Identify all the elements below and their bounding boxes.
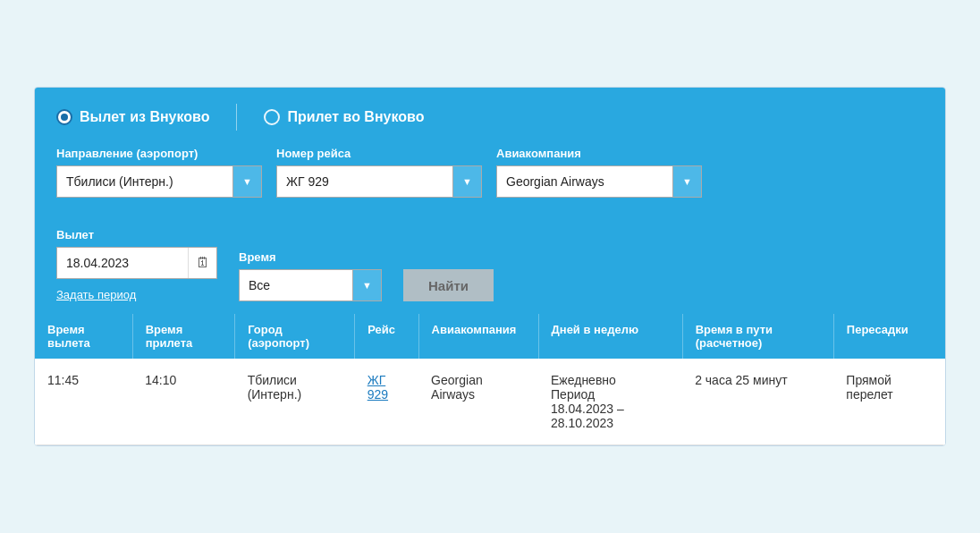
cell-transfers: Прямой перелет <box>833 359 945 445</box>
flight-value: ЖГ 929 <box>277 166 452 197</box>
header-airline: Авиакомпания <box>418 314 538 359</box>
search-button[interactable]: Найти <box>403 269 494 301</box>
table-row: 11:4514:10Тбилиси (Интерн.)ЖГ 929Georgia… <box>35 359 945 445</box>
airline-field-group: Авиакомпания Georgian Airways <box>496 147 702 198</box>
middle-section: Вылет 18.04.2023 🗓 Задать период Время В… <box>35 214 945 314</box>
radio-arrival[interactable]: Прилет во Внуково <box>264 104 451 131</box>
airline-value: Georgian Airways <box>497 166 672 197</box>
flight-select[interactable]: ЖГ 929 <box>276 165 482 198</box>
cell-city: Тбилиси (Интерн.) <box>235 359 355 445</box>
date-time-row: Вылет 18.04.2023 🗓 Задать период Время В… <box>56 228 924 301</box>
header-duration: Время в пути (расчетное) <box>682 314 833 359</box>
calendar-icon[interactable]: 🗓 <box>188 248 216 278</box>
cell-departure-time: 11:45 <box>35 359 132 445</box>
time-group: Время Все <box>239 250 382 301</box>
top-section: Вылет из Внуково Прилет во Внуково Напра… <box>35 88 945 214</box>
flight-number-link[interactable]: ЖГ 929 <box>368 373 388 402</box>
flight-arrow-icon[interactable] <box>452 166 481 197</box>
direction-label: Направление (аэропорт) <box>56 147 262 160</box>
cell-airline: Georgian Airways <box>418 359 538 445</box>
direction-select[interactable]: Тбилиси (Интерн.) <box>56 165 262 198</box>
table-header-row: Время вылета Время прилета Город (аэропо… <box>35 314 945 359</box>
departure-label: Вылет <box>56 228 217 241</box>
direction-arrow-icon[interactable] <box>232 166 261 197</box>
time-label: Время <box>239 250 382 264</box>
date-input[interactable]: 18.04.2023 🗓 <box>56 247 217 279</box>
table-section: Время вылета Время прилета Город (аэропо… <box>35 314 945 445</box>
flight-field-group: Номер рейса ЖГ 929 <box>276 147 482 198</box>
fields-row: Направление (аэропорт) Тбилиси (Интерн.)… <box>56 147 924 214</box>
header-city: Город (аэропорт) <box>235 314 355 359</box>
cell-days: ЕжедневноПериод18.04.2023 – 28.10.2023 <box>538 359 682 445</box>
header-days: Дней в неделю <box>538 314 682 359</box>
radio-departure[interactable]: Вылет из Внуково <box>56 104 237 131</box>
flight-label: Номер рейса <box>276 147 482 160</box>
time-arrow-icon[interactable] <box>352 270 381 300</box>
radio-row: Вылет из Внуково Прилет во Внуково <box>56 104 924 131</box>
results-table: Время вылета Время прилета Город (аэропо… <box>35 314 945 445</box>
cell-duration: 2 часа 25 минут <box>682 359 833 445</box>
main-container: Вылет из Внуково Прилет во Внуково Напра… <box>34 87 946 446</box>
header-departure-time: Время вылета <box>35 314 132 359</box>
date-value: 18.04.2023 <box>57 248 188 278</box>
date-group: Вылет 18.04.2023 🗓 Задать период <box>56 228 217 301</box>
radio-departure-circle <box>56 109 72 125</box>
airline-select[interactable]: Georgian Airways <box>496 165 702 198</box>
airline-label: Авиакомпания <box>496 147 702 160</box>
cell-flight[interactable]: ЖГ 929 <box>355 359 418 445</box>
header-flight: Рейс <box>355 314 418 359</box>
radio-departure-label: Вылет из Внуково <box>80 109 209 125</box>
time-value: Все <box>240 270 352 300</box>
radio-arrival-label: Прилет во Внуково <box>287 109 424 125</box>
time-select[interactable]: Все <box>239 269 382 301</box>
header-arrival-time: Время прилета <box>132 314 234 359</box>
direction-value: Тбилиси (Интерн.) <box>57 166 232 197</box>
cell-arrival-time: 14:10 <box>132 359 234 445</box>
direction-field-group: Направление (аэропорт) Тбилиси (Интерн.) <box>56 147 262 198</box>
period-link[interactable]: Задать период <box>56 288 217 301</box>
header-transfers: Пересадки <box>833 314 945 359</box>
airline-arrow-icon[interactable] <box>672 166 701 197</box>
radio-arrival-circle <box>264 109 280 125</box>
